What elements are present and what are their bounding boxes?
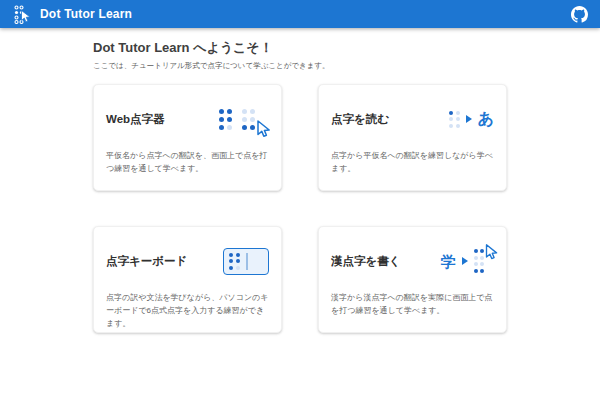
app-title: Dot Tutor Learn xyxy=(40,7,563,21)
kanji-gaku-glyph: 学 xyxy=(441,254,456,269)
app-header: Dot Tutor Learn xyxy=(0,0,600,28)
braille-dot-empty xyxy=(449,124,453,128)
mouse-cursor-icon xyxy=(253,119,273,139)
braille-dot-filled xyxy=(236,259,240,263)
braille-cells-cursor-icon xyxy=(219,109,269,130)
card-description: 平仮名から点字への翻訳を、画面上で点を打つ練習を通して学べます。 xyxy=(106,149,269,175)
braille-dot-filled xyxy=(229,266,233,270)
kanji-to-braille-cursor-icon: 学 xyxy=(441,249,495,273)
braille-dot-filled xyxy=(219,125,224,130)
card-description: 点字から平仮名への翻訳を練習しながら学べます。 xyxy=(331,149,494,175)
braille-dot-empty xyxy=(227,125,232,130)
braille-dot-empty xyxy=(456,117,460,121)
braille-dot-empty xyxy=(236,266,240,270)
card-title: Web点字器 xyxy=(106,112,165,127)
mouse-cursor-icon xyxy=(482,243,500,261)
card-write-kanji-braille[interactable]: 漢点字を書く 学 漢字から漢点字への翻訳を実際に画面上で点を打つ練習を通して学べ… xyxy=(318,226,507,333)
braille-dot-filled xyxy=(236,253,240,257)
braille-dot-filled xyxy=(449,111,453,115)
braille-dot-empty xyxy=(250,109,255,114)
braille-dot-filled xyxy=(227,109,232,114)
hiragana-a-glyph: あ xyxy=(478,111,494,127)
braille-dot-filled xyxy=(227,117,232,122)
braille-dot-filled xyxy=(219,117,224,122)
braille-dot-empty xyxy=(456,111,460,115)
braille-dot-empty xyxy=(480,262,484,266)
braille-input-field-icon xyxy=(223,248,269,275)
braille-dot-filled xyxy=(229,253,233,257)
braille-dot-filled xyxy=(480,269,484,273)
card-read-braille[interactable]: 点字を読む あ 点字から平仮名への翻訳を練習しながら学べます。 xyxy=(318,84,507,191)
arrow-right-icon xyxy=(466,115,472,123)
text-caret-icon xyxy=(246,253,248,270)
braille-dot-filled xyxy=(474,249,478,253)
braille-dot-empty xyxy=(449,117,453,121)
main-content: Dot Tutor Learn へようこそ！ ここでは、チュートリアル形式で点字… xyxy=(93,28,507,333)
page-subtitle: ここでは、チュートリアル形式で点字について学ぶことができます。 xyxy=(93,61,507,71)
arrow-right-icon xyxy=(462,257,468,265)
braille-dot-filled xyxy=(229,259,233,263)
tutorial-card-grid: Web点字器 平仮名から点字への翻訳を、画面上で点を打つ練習を通して学べます。 … xyxy=(93,84,507,333)
braille-dot-empty xyxy=(242,109,247,114)
card-title: 漢点字を書く xyxy=(331,254,401,269)
card-description: 点字の訳や文法を学びながら、パソコンのキーボードで6点式点字を入力する練習ができ… xyxy=(106,291,269,331)
braille-dot-filled xyxy=(219,109,224,114)
page-title: Dot Tutor Learn へようこそ！ xyxy=(93,39,507,57)
card-description: 漢字から漢点字への翻訳を実際に画面上で点を打つ練習を通して学べます。 xyxy=(331,291,494,317)
card-title: 点字キーボード xyxy=(106,254,187,269)
braille-dot-empty xyxy=(242,117,247,122)
braille-dot-filled xyxy=(242,125,247,130)
card-title: 点字を読む xyxy=(331,112,389,127)
braille-dot-filled xyxy=(474,269,478,273)
app-logo-braille-cursor-icon xyxy=(12,4,32,24)
braille-dot-empty xyxy=(474,256,478,260)
braille-dot-empty xyxy=(456,124,460,128)
braille-dot-empty xyxy=(474,262,478,266)
github-icon[interactable] xyxy=(571,6,588,23)
card-braille-keyboard[interactable]: 点字キーボード 点字の訳や文法を学びながら、パソコンのキーボードで6点式点字を入… xyxy=(93,226,282,333)
card-web-braille-writer[interactable]: Web点字器 平仮名から点字への翻訳を、画面上で点を打つ練習を通して学べます。 xyxy=(93,84,282,191)
braille-to-hiragana-icon: あ xyxy=(449,111,494,128)
